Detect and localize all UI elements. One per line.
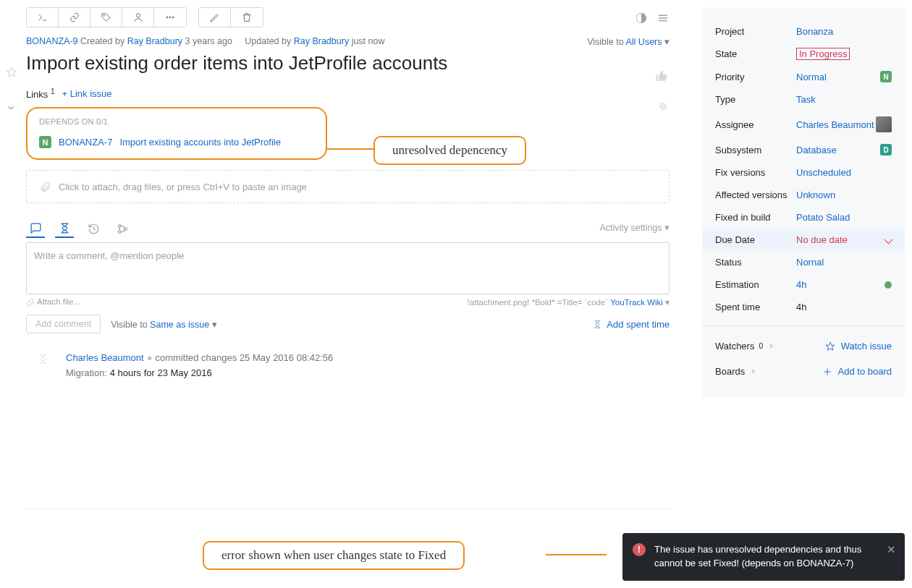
annotation-line	[327, 148, 374, 150]
sidebar-fixed-in-build[interactable]: Potato Salad	[796, 212, 892, 223]
toast-message: The issue has unresolved dependencies an…	[654, 544, 861, 568]
depends-on-panel: DEPENDS ON 0/1 N BONANZA-7 Import existi…	[26, 107, 327, 160]
activity-settings-link[interactable]: Activity settings ▾	[599, 222, 670, 233]
priority-badge-icon: N	[39, 136, 51, 148]
dependency-id[interactable]: BONANZA-7	[59, 137, 112, 148]
issue-id-link[interactable]: BONANZA-9	[26, 36, 78, 46]
tab-comments[interactable]	[26, 219, 45, 238]
delete-button[interactable]	[231, 8, 263, 27]
svg-point-14	[118, 231, 121, 234]
sidebar-due-date[interactable]: No due date	[796, 234, 892, 245]
links-label: Links 1	[26, 88, 55, 100]
sidebar-project[interactable]: Bonanza	[796, 26, 892, 37]
error-toast: ! The issue has unresolved dependencies …	[622, 533, 905, 581]
svg-marker-10	[7, 67, 16, 77]
svg-marker-16	[826, 342, 835, 350]
add-link-button[interactable]: + Link issue	[62, 88, 112, 99]
format-hint: !attachment.png! *Bold* =Title= `code` Y…	[468, 297, 670, 307]
link-button[interactable]	[59, 8, 90, 27]
sidebar-state[interactable]: In Progress	[796, 48, 892, 59]
creator-link[interactable]: Ray Bradbury	[127, 36, 182, 46]
sidebar-priority[interactable]: Normal	[796, 72, 880, 82]
edit-button[interactable]	[199, 8, 231, 27]
comment-visibility-value[interactable]: Same as issue	[150, 320, 209, 330]
subsystem-badge-icon: D	[880, 144, 892, 155]
sidebar-affected-versions[interactable]: Unknown	[796, 189, 892, 200]
divider	[23, 508, 670, 509]
priority-badge-icon: N	[880, 71, 892, 82]
activity-entry: Charles Beaumont●committed changes 25 Ma…	[38, 352, 670, 378]
comment-textarea[interactable]	[34, 250, 662, 272]
issue-title: Import existing order items into JetProf…	[26, 52, 670, 74]
tag-button[interactable]	[90, 8, 122, 27]
sidebar-type[interactable]: Task	[796, 94, 892, 105]
updater-link[interactable]: Ray Bradbury	[294, 36, 349, 46]
watch-issue-link[interactable]: Watch issue	[825, 341, 892, 351]
assignee-button[interactable]	[122, 8, 154, 27]
attach-dropzone[interactable]: Click to attach, drag files, or press Ct…	[26, 170, 670, 203]
issue-meta: BONANZA-9 Created by Ray Bradbury 3 year…	[26, 36, 670, 46]
links-toggle-icon[interactable]	[6, 103, 16, 115]
contrast-icon[interactable]	[635, 12, 648, 27]
issue-sidebar: ProjectBonanza StateIn Progress Priority…	[702, 7, 905, 397]
svg-rect-11	[660, 103, 664, 108]
avatar	[876, 116, 892, 132]
menu-icon[interactable]	[656, 12, 670, 27]
activity-user-link[interactable]: Charles Beaumont	[66, 352, 144, 363]
svg-point-4	[169, 17, 171, 18]
annotation-error: error shown when user changes state to F…	[203, 541, 465, 570]
close-icon[interactable]: ✕	[887, 542, 896, 558]
sidebar-spent-time: 4h	[796, 302, 892, 312]
command-button[interactable]	[27, 8, 59, 27]
add-comment-button[interactable]: Add comment	[26, 315, 101, 333]
svg-point-13	[118, 224, 121, 227]
comment-visibility: Visible to Same as issue ▾	[111, 319, 216, 330]
svg-rect-12	[662, 105, 666, 109]
annotation-line	[546, 554, 607, 555]
sidebar-assignee[interactable]: Charles Beaumont	[796, 119, 876, 130]
add-spent-time-link[interactable]: Add spent time	[593, 319, 670, 330]
sidebar-status[interactable]: Nornal	[796, 257, 892, 268]
dependency-row[interactable]: N BONANZA-7 Import existing accounts int…	[39, 136, 314, 148]
sidebar-fix-versions[interactable]: Unscheduled	[796, 167, 892, 178]
toolbar-group-1	[26, 7, 187, 27]
more-button[interactable]	[154, 8, 186, 27]
attach-file-link[interactable]: Attach file...	[26, 297, 80, 307]
toolbar-group-2	[198, 7, 263, 27]
hourglass-icon	[38, 354, 48, 378]
visibility-link[interactable]: All Users	[626, 37, 662, 47]
estimation-dot-icon	[884, 281, 892, 289]
boards-toggle[interactable]: Boards	[715, 366, 757, 377]
svg-point-5	[172, 17, 174, 18]
svg-point-2	[136, 14, 140, 17]
tab-vcs[interactable]	[113, 219, 132, 238]
dependency-title[interactable]: Import existing accounts into JetProfile	[119, 137, 281, 148]
depends-on-header: DEPENDS ON 0/1	[39, 117, 314, 126]
copy-link-icon[interactable]	[658, 101, 668, 114]
error-icon: !	[633, 543, 646, 556]
comment-input[interactable]	[26, 242, 670, 294]
tab-history[interactable]	[84, 219, 103, 238]
annotation-unresolved: unresolved depencency	[373, 136, 526, 165]
wiki-link[interactable]: YouTrack Wiki	[610, 298, 663, 307]
watchers-toggle[interactable]: Watchers 0	[715, 341, 775, 351]
tab-time-tracking[interactable]	[55, 219, 74, 238]
star-icon[interactable]	[6, 67, 17, 80]
svg-point-1	[103, 15, 104, 17]
svg-point-3	[166, 17, 168, 18]
sidebar-subsystem[interactable]: Database	[796, 145, 880, 155]
vote-icon[interactable]	[655, 69, 668, 85]
add-to-board-link[interactable]: Add to board	[822, 366, 892, 377]
sidebar-estimation[interactable]: 4h	[796, 279, 884, 290]
